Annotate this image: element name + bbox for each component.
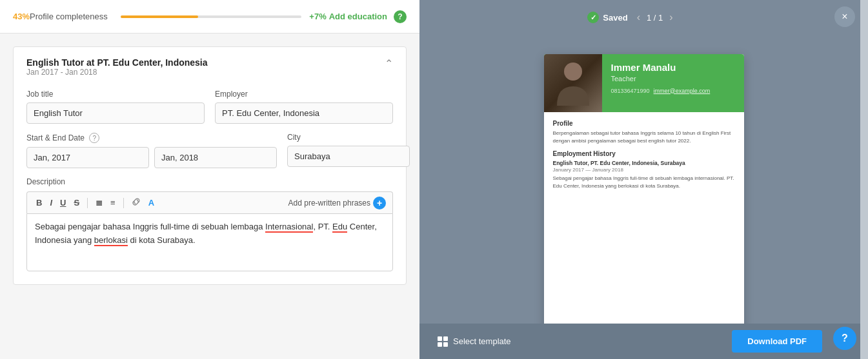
date-city-row: Start & End Date ? City bbox=[26, 133, 393, 168]
job-title-group: Job title bbox=[26, 90, 205, 124]
saved-badge: ✓ Saved bbox=[587, 12, 627, 23]
resume-email: immer@example.com bbox=[654, 88, 711, 94]
add-phrases-icon: + bbox=[373, 197, 386, 209]
progress-bar-fill bbox=[121, 15, 199, 18]
select-template-label: Select template bbox=[453, 336, 511, 346]
completeness-label: Profile completeness bbox=[30, 12, 108, 21]
add-phrases-label: Add pre-written phrases bbox=[288, 199, 370, 208]
ordered-list-button[interactable]: ≣ bbox=[93, 197, 105, 208]
date-inputs bbox=[26, 147, 277, 168]
employer-input[interactable] bbox=[215, 102, 393, 124]
date-start-input[interactable] bbox=[26, 147, 149, 168]
add-education-link[interactable]: Add education bbox=[329, 12, 387, 21]
prev-page-button[interactable]: ‹ bbox=[636, 12, 641, 23]
link-button[interactable] bbox=[129, 196, 143, 209]
form-card-header: English Tutor at PT. Edu Center, Indones… bbox=[26, 57, 393, 87]
resume-job-title-preview: Teacher bbox=[611, 75, 735, 82]
strikethrough-button[interactable]: S bbox=[71, 197, 82, 208]
description-label: Description bbox=[26, 177, 393, 186]
toolbar-separator-1 bbox=[87, 198, 88, 208]
help-circle-button[interactable]: ? bbox=[833, 327, 856, 350]
resume-contact: 081336471990 immer@example.com bbox=[611, 88, 735, 94]
add-phrases-button[interactable]: Add pre-written phrases + bbox=[288, 197, 386, 209]
description-section: Description B I U S ≣ ≡ A Add pre-writte… bbox=[26, 177, 393, 271]
form-card-subtitle: Jan 2017 - Jan 2018 bbox=[26, 68, 208, 77]
resume-photo bbox=[544, 54, 602, 112]
date-help-icon[interactable]: ? bbox=[89, 133, 99, 143]
city-label: City bbox=[287, 133, 410, 142]
form-card-title-wrap: English Tutor at PT. Edu Center, Indones… bbox=[26, 57, 208, 87]
resume-body: Profile Berpengalaman sebagai tutor baha… bbox=[544, 112, 744, 198]
italic-button[interactable]: I bbox=[47, 197, 55, 208]
city-group: City bbox=[287, 133, 410, 168]
add-education-prefix: +7% bbox=[309, 12, 326, 21]
bold-button[interactable]: B bbox=[34, 197, 45, 208]
saved-label: Saved bbox=[603, 13, 627, 23]
resume-header: Immer Manalu Teacher 081336471990 immer@… bbox=[544, 54, 744, 112]
select-template-button[interactable]: Select template bbox=[430, 331, 519, 352]
svg-point-0 bbox=[564, 63, 582, 81]
next-page-button[interactable]: › bbox=[668, 12, 674, 23]
right-scrollbar[interactable] bbox=[860, 0, 868, 359]
resume-job-desc: Sebagai pengajar bahasa Inggris full-tim… bbox=[553, 175, 735, 190]
resume-name: Immer Manalu bbox=[611, 62, 735, 73]
resume-job-title-text: English Tutor, PT. Edu Center, Indonesia… bbox=[553, 160, 735, 166]
resume-header-info: Immer Manalu Teacher 081336471990 immer@… bbox=[602, 54, 744, 112]
date-end-input[interactable] bbox=[154, 147, 277, 168]
saved-bar: ✓ Saved ‹ 1 / 1 › bbox=[419, 6, 842, 28]
resume-card: Immer Manalu Teacher 081336471990 immer@… bbox=[544, 54, 744, 338]
bottom-bar: Select template Download PDF ··· bbox=[419, 324, 860, 359]
resume-phone: 081336471990 bbox=[611, 88, 650, 94]
template-grid-icon bbox=[438, 336, 448, 347]
employer-label: Employer bbox=[215, 90, 393, 99]
collapse-icon[interactable]: ⌃ bbox=[385, 57, 393, 70]
progress-bar-wrap bbox=[121, 15, 302, 18]
misspelled-edu: Edu bbox=[332, 222, 347, 233]
toolbar-separator-2 bbox=[123, 198, 124, 208]
form-card-title: English Tutor at PT. Edu Center, Indones… bbox=[26, 57, 208, 68]
resume-job-dates: January 2017 — January 2018 bbox=[553, 167, 735, 173]
download-pdf-button[interactable]: Download PDF bbox=[732, 330, 822, 353]
misspelled-internasional: Internasional bbox=[265, 222, 313, 233]
spell-check-button[interactable]: A bbox=[146, 197, 157, 209]
resume-profile-text: Berpengalaman sebagai tutor bahasa Inggr… bbox=[553, 130, 735, 145]
employer-group: Employer bbox=[215, 90, 393, 124]
completeness-pct: 43% bbox=[13, 12, 30, 21]
editor-toolbar: B I U S ≣ ≡ A Add pre-written phrases + bbox=[26, 191, 393, 213]
saved-check-icon: ✓ bbox=[587, 12, 599, 23]
underline-button[interactable]: U bbox=[57, 197, 68, 208]
job-employer-row: Job title Employer bbox=[26, 90, 393, 124]
city-input[interactable] bbox=[287, 146, 410, 167]
left-panel: 43% Profile completeness +7% Add educati… bbox=[0, 0, 419, 359]
editor-body[interactable]: Sebagai pengajar bahasa Inggris full-tim… bbox=[26, 213, 393, 271]
page-number: 1 / 1 bbox=[647, 13, 663, 23]
right-panel: × ✓ Saved ‹ 1 / 1 › bbox=[419, 0, 868, 359]
pagination: ‹ 1 / 1 › bbox=[636, 12, 674, 23]
form-card: English Tutor at PT. Edu Center, Indones… bbox=[13, 46, 407, 285]
date-group: Start & End Date ? bbox=[26, 133, 277, 168]
resume-photo-img bbox=[544, 54, 602, 112]
close-button[interactable]: × bbox=[834, 6, 855, 27]
date-label: Start & End Date ? bbox=[26, 133, 277, 143]
job-title-input[interactable] bbox=[26, 102, 205, 124]
top-bar: 43% Profile completeness +7% Add educati… bbox=[0, 0, 419, 34]
help-icon[interactable]: ? bbox=[394, 10, 407, 23]
job-title-label: Job title bbox=[26, 90, 205, 99]
unordered-list-button[interactable]: ≡ bbox=[108, 197, 118, 208]
resume-employment-section: Employment History bbox=[553, 150, 735, 157]
resume-profile-section: Profile bbox=[553, 120, 735, 127]
misspelled-berlokasi: berlokasi bbox=[94, 235, 128, 246]
